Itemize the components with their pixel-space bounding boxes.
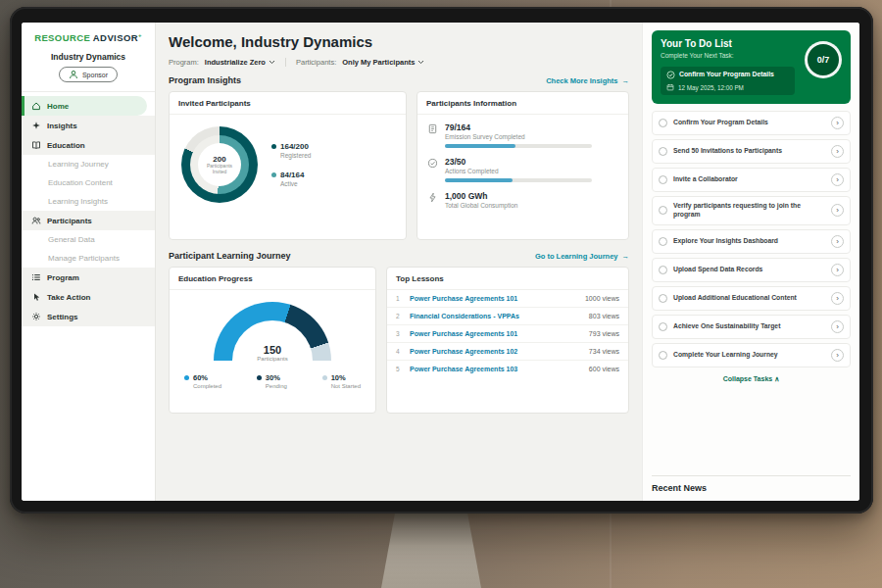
chevron-right-icon: ›	[836, 147, 839, 156]
brand-primary: RESOURCE	[34, 32, 90, 43]
legend-registered: 164/200 Registered	[271, 142, 311, 159]
survey-icon	[427, 123, 438, 134]
task-checkbox[interactable]	[659, 237, 667, 246]
chevron-right-icon: ›	[836, 322, 839, 331]
lesson-views: 1000 views	[585, 295, 619, 302]
sidebar-item-education-content[interactable]: Education Content	[22, 173, 155, 192]
person-icon	[69, 70, 78, 79]
recent-news-title: Recent News	[652, 475, 851, 493]
sidebar-item-take-action[interactable]: Take Action	[22, 287, 155, 307]
card-title: Education Progress	[170, 268, 375, 290]
task-open-button[interactable]: ›	[831, 145, 844, 158]
card-title: Top Lessons	[387, 268, 628, 290]
donut-legend: 164/200 Registered 84/164 Active	[271, 142, 311, 187]
task-checkbox[interactable]	[659, 119, 667, 127]
go-to-learning-journey-link[interactable]: Go to Learning Journey →	[535, 252, 629, 261]
sidebar-item-participants[interactable]: Participants	[22, 211, 155, 230]
task-item[interactable]: Send 50 Invitations to Participants ›	[652, 139, 851, 164]
filter-divider	[285, 58, 286, 67]
sponsor-label: Sponsor	[82, 72, 108, 78]
task-item[interactable]: Upload Additional Educational Content ›	[652, 286, 851, 311]
task-open-button[interactable]: ›	[831, 173, 844, 186]
insights-icon	[31, 121, 41, 130]
app-logo: RESOURCE ADVISOR+	[22, 32, 155, 43]
lesson-row: 1 Power Purchase Agreements 101 1000 vie…	[387, 290, 628, 308]
sponsor-badge[interactable]: Sponsor	[59, 67, 118, 82]
lesson-link[interactable]: Power Purchase Agreements 102	[410, 348, 583, 355]
task-item[interactable]: Achieve One Sustainability Target ›	[652, 315, 851, 339]
legend-dot	[257, 375, 262, 380]
chevron-right-icon: ›	[836, 175, 839, 184]
lesson-link[interactable]: Power Purchase Agreements 101	[410, 330, 583, 337]
next-task-label: Confirm Your Program Details	[679, 71, 774, 78]
participants-filter-label: Participants:	[296, 58, 336, 67]
sidebar-item-program[interactable]: Program	[22, 268, 155, 287]
task-checkbox[interactable]	[659, 175, 667, 184]
task-open-button[interactable]: ›	[831, 349, 844, 362]
caret-up-icon: ∧	[774, 375, 779, 382]
sidebar-item-education[interactable]: Education	[22, 135, 155, 155]
task-checkbox[interactable]	[659, 206, 667, 215]
arrow-right-icon: →	[622, 76, 630, 85]
check-more-insights-link[interactable]: Check More Insights →	[546, 76, 629, 85]
brand-secondary: ADVISOR	[93, 32, 138, 43]
card-title: Participants Information	[417, 92, 628, 115]
sidebar-item-manage-participants[interactable]: Manage Participants	[22, 249, 155, 268]
participants-select[interactable]: Only My Participants	[342, 58, 424, 67]
task-checkbox[interactable]	[659, 351, 667, 360]
chevron-down-icon	[417, 60, 424, 65]
actions-progressbar	[445, 178, 592, 182]
task-checkbox[interactable]	[659, 322, 667, 331]
legend-active: 84/164 Active	[271, 171, 311, 187]
gauge-center-label: Participants	[214, 356, 331, 362]
emission-survey-progressbar	[445, 144, 592, 148]
lesson-views: 600 views	[589, 366, 619, 372]
sidebar-item-learning-journey[interactable]: Learning Journey	[22, 155, 155, 173]
collapse-tasks-link[interactable]: Collapse Tasks ∧	[652, 375, 851, 383]
lesson-link[interactable]: Power Purchase Agreements 103	[410, 366, 583, 372]
sidebar-item-settings[interactable]: Settings	[22, 307, 155, 326]
lesson-views: 803 views	[589, 313, 619, 319]
sidebar-item-insights[interactable]: Insights	[22, 116, 155, 135]
sidebar-divider	[22, 91, 155, 92]
page-title: Welcome, Industry Dynamics	[169, 33, 629, 50]
task-open-button[interactable]: ›	[831, 264, 844, 276]
emission-survey-stat: 79/164 Emission Survey Completed	[427, 122, 618, 148]
task-item[interactable]: Verify participants requesting to join t…	[652, 196, 851, 225]
task-open-button[interactable]: ›	[831, 235, 844, 248]
consumption-stat: 1,000 GWh Total Global Consumption	[427, 191, 618, 209]
todo-progress-badge: 0/7	[805, 41, 842, 78]
todo-summary-card: Your To Do List Complete Your Next Task:…	[652, 30, 851, 104]
todo-panel: Your To Do List Complete Your Next Task:…	[642, 23, 859, 501]
task-checkbox[interactable]	[659, 147, 667, 156]
education-gauge-chart: 150 Participants	[214, 302, 331, 363]
brand-plus: +	[138, 32, 142, 38]
task-open-button[interactable]: ›	[831, 117, 844, 129]
task-item[interactable]: Explore Your Insights Dashboard ›	[652, 229, 851, 254]
lesson-link[interactable]: Financial Considerations - VPPAs	[410, 313, 583, 319]
sidebar-nav: Home Insights Education Learning Journey…	[22, 96, 155, 326]
gear-icon	[31, 312, 41, 321]
program-list-icon	[31, 272, 41, 282]
monitor-stand	[381, 512, 481, 588]
task-item[interactable]: Upload Spend Data Records ›	[652, 258, 851, 282]
task-open-button[interactable]: ›	[831, 320, 844, 333]
invited-participants-card: Invited Participants 200 Participants In…	[169, 91, 407, 240]
lesson-link[interactable]: Power Purchase Agreements 101	[410, 295, 579, 302]
task-open-button[interactable]: ›	[831, 204, 844, 217]
sidebar-item-learning-insights[interactable]: Learning Insights	[22, 192, 155, 211]
task-item[interactable]: Confirm Your Program Details ›	[652, 111, 851, 135]
task-open-button[interactable]: ›	[831, 292, 844, 305]
sidebar-item-home[interactable]: Home	[22, 96, 147, 116]
program-select[interactable]: Industrialize Zero	[205, 58, 275, 67]
gauge-center-value: 150	[214, 344, 331, 356]
task-checkbox[interactable]	[659, 266, 667, 274]
task-item[interactable]: Complete Your Learning Journey ›	[652, 343, 851, 368]
chevron-right-icon: ›	[836, 119, 839, 127]
task-checkbox[interactable]	[659, 294, 667, 303]
sidebar-item-general-data[interactable]: General Data	[22, 230, 155, 249]
main-content: Welcome, Industry Dynamics Program: Indu…	[156, 23, 642, 501]
task-item[interactable]: Invite a Collaborator ›	[652, 168, 851, 192]
chevron-right-icon: ›	[836, 294, 839, 303]
legend-dot	[322, 375, 327, 380]
